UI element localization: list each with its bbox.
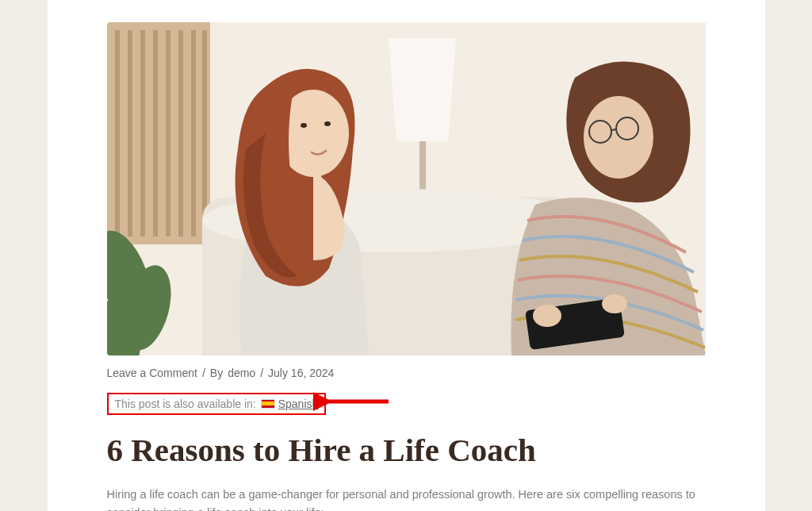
svg-rect-7 xyxy=(166,30,170,236)
language-availability-notice: This post is also available in: Spanish xyxy=(107,393,327,415)
svg-point-17 xyxy=(324,121,331,126)
svg-rect-4 xyxy=(128,30,132,236)
featured-image xyxy=(107,22,706,355)
article-title: 6 Reasons to Hire a Life Coach xyxy=(107,431,706,470)
svg-rect-6 xyxy=(153,30,158,236)
svg-point-24 xyxy=(602,294,627,313)
meta-separator: / xyxy=(260,367,263,379)
svg-point-23 xyxy=(533,305,561,327)
svg-line-21 xyxy=(611,129,616,130)
svg-rect-3 xyxy=(115,30,120,236)
svg-rect-9 xyxy=(191,30,196,236)
author-link[interactable]: demo xyxy=(228,367,255,379)
by-label: By xyxy=(210,367,223,379)
article-intro: Hiring a life coach can be a game-change… xyxy=(107,486,706,511)
article-container: Leave a Comment / By demo / July 16, 202… xyxy=(48,0,765,511)
svg-point-18 xyxy=(584,96,653,179)
leave-comment-link[interactable]: Leave a Comment xyxy=(107,367,197,379)
svg-point-16 xyxy=(301,123,307,128)
post-date: July 16, 2024 xyxy=(268,367,334,379)
language-link-spanish[interactable]: Spanish xyxy=(278,398,319,410)
svg-rect-8 xyxy=(178,30,183,236)
spain-flag-icon xyxy=(261,399,275,409)
language-notice-prefix: This post is also available in: xyxy=(115,398,256,410)
svg-rect-5 xyxy=(140,30,145,236)
meta-separator: / xyxy=(202,367,205,379)
post-meta: Leave a Comment / By demo / July 16, 202… xyxy=(107,367,706,379)
svg-rect-10 xyxy=(202,30,207,236)
